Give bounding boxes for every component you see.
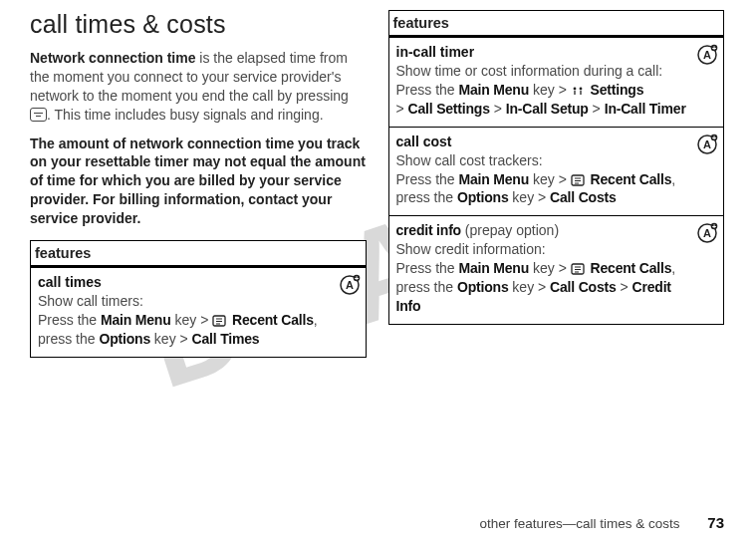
intro-paragraph-1: Network connection time is the elapsed t… bbox=[30, 49, 367, 125]
row-title: call cost bbox=[396, 134, 691, 149]
page-footer: other features—call times & costs 73 bbox=[479, 514, 724, 531]
feature-badge-icon: A + bbox=[696, 222, 716, 242]
row-steps: Press the Main Menu key > Recent Calls, … bbox=[396, 259, 691, 316]
table-row: A + call times Show call timers: Press t… bbox=[31, 267, 367, 358]
table-row: A + in-call timer Show time or cost info… bbox=[388, 37, 724, 128]
svg-text:+: + bbox=[712, 45, 716, 52]
lead-term: Network connection time bbox=[30, 50, 195, 66]
recent-calls-icon bbox=[571, 172, 585, 184]
settings-icon bbox=[571, 83, 585, 95]
feature-badge-icon: A + bbox=[696, 134, 716, 153]
row-body: Show time or cost information during a c… bbox=[396, 62, 691, 81]
row-title: credit info (prepay option) bbox=[396, 222, 691, 238]
para1-text-b: . This time includes busy signals and ri… bbox=[47, 107, 324, 123]
svg-text:A: A bbox=[703, 227, 711, 239]
right-column: features A + in-call timer bbox=[388, 10, 725, 358]
intro-paragraph-2: The amount of network connection time yo… bbox=[30, 135, 367, 228]
recent-calls-icon bbox=[571, 261, 585, 273]
row-body: Show credit information: bbox=[396, 240, 691, 259]
svg-text:+: + bbox=[354, 275, 358, 282]
footer-section: other features—call times & costs bbox=[479, 516, 679, 531]
table-header: features bbox=[388, 11, 724, 37]
section-heading: call times & costs bbox=[30, 10, 367, 39]
svg-point-9 bbox=[573, 87, 576, 90]
svg-text:+: + bbox=[712, 223, 716, 230]
row-steps: Press the Main Menu key > Recent Calls, … bbox=[396, 170, 691, 208]
row-body: Show call timers: bbox=[38, 292, 333, 311]
recent-calls-icon bbox=[212, 313, 226, 325]
svg-text:+: + bbox=[712, 135, 716, 141]
svg-text:A: A bbox=[703, 49, 711, 61]
features-table-left: features A + call times bbox=[30, 240, 367, 358]
feature-badge-icon: A + bbox=[696, 44, 716, 64]
row-steps: Press the Main Menu key > Settings > Cal… bbox=[396, 81, 691, 119]
table-row: A + credit info (prepay option) Show cre… bbox=[388, 216, 724, 325]
row-title: call times bbox=[38, 274, 333, 290]
row-title: in-call timer bbox=[396, 44, 691, 60]
table-row: A + call cost Show call cost trackers: P… bbox=[388, 127, 724, 216]
svg-point-10 bbox=[579, 87, 582, 90]
features-table-right: features A + in-call timer bbox=[388, 10, 725, 325]
row-steps: Press the Main Menu key > Recent Calls, … bbox=[38, 311, 333, 349]
svg-text:A: A bbox=[703, 138, 711, 150]
feature-badge-icon: A + bbox=[339, 274, 359, 294]
svg-text:A: A bbox=[346, 279, 354, 291]
row-body: Show call cost trackers: bbox=[396, 151, 691, 170]
page-number: 73 bbox=[707, 514, 724, 531]
end-key-icon bbox=[30, 108, 47, 122]
left-column: call times & costs Network connection ti… bbox=[30, 10, 367, 358]
table-header: features bbox=[31, 241, 367, 267]
